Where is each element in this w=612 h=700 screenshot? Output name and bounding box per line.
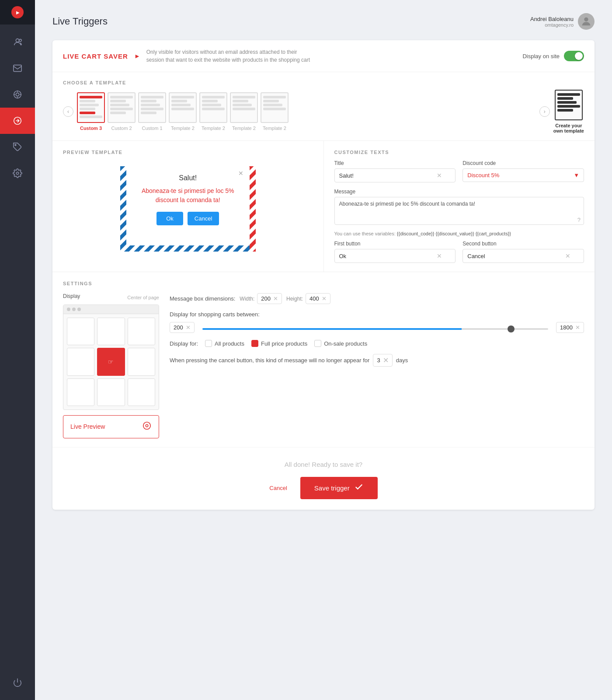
discount-select[interactable]: Discount 5% ▼ <box>462 168 584 182</box>
range-slider[interactable] <box>202 328 548 330</box>
popup-cancel-button[interactable]: Cancel <box>188 212 219 225</box>
on-sale-check[interactable]: On-sale products <box>314 340 367 347</box>
template-name-custom3: Custom 3 <box>80 126 102 131</box>
pos-cell-tr[interactable] <box>128 318 155 345</box>
height-value: 400 <box>309 295 319 302</box>
customize-col: CUSTOMIZE TEXTS Title Salut! ✕ Discount … <box>324 141 595 272</box>
live-preview-icon <box>142 421 152 433</box>
sidebar-item-audience[interactable] <box>0 29 35 55</box>
user-email: omtagency.ro <box>530 22 574 28</box>
pos-cell-mr[interactable] <box>128 348 155 375</box>
live-preview-button[interactable]: Live Preview <box>63 415 159 438</box>
cancel-button[interactable]: Cancel <box>269 485 287 491</box>
sidebar-item-tags[interactable] <box>0 134 35 160</box>
user-name: Andrei Baloleanu <box>530 16 574 22</box>
sidebar-item-email[interactable] <box>0 55 35 81</box>
second-button-input[interactable]: Cancel ✕ <box>462 249 584 263</box>
two-col-section: PREVIEW TEMPLATE <box>52 140 595 272</box>
template-create-button[interactable]: Create yourown template <box>553 90 584 133</box>
svg-point-22 <box>146 424 148 427</box>
width-label: Width: <box>240 296 254 302</box>
template-name-custom2: Custom 2 <box>111 126 132 131</box>
preview-col: PREVIEW TEMPLATE <box>52 141 324 272</box>
title-clear-button[interactable]: ✕ <box>437 172 442 179</box>
pos-cells <box>63 314 159 410</box>
sidebar <box>0 0 35 700</box>
lcs-left: LIVE CART SAVER ► Only visible for visit… <box>63 48 313 64</box>
range-max-clear[interactable]: ✕ <box>575 324 580 331</box>
full-price-checkbox[interactable] <box>251 340 258 347</box>
pos-cell-tl[interactable] <box>67 318 94 345</box>
display-for-label: Display for: <box>170 340 198 347</box>
range-row: 200 ✕ 1800 ✕ <box>170 322 584 333</box>
title-field-label: Title <box>334 160 456 166</box>
template-item-t2c[interactable]: Template 2 <box>230 92 258 131</box>
range-section: Display for shopping carts between: 200 … <box>170 311 584 333</box>
svg-point-1 <box>19 39 21 42</box>
second-button-clear[interactable]: ✕ <box>565 252 570 259</box>
template-create-label: Create yourown template <box>553 123 584 133</box>
first-button-clear[interactable]: ✕ <box>437 252 442 259</box>
full-price-check[interactable]: Full price products <box>251 340 307 347</box>
template-item-custom2[interactable]: Custom 2 <box>108 92 136 131</box>
template-thumb-custom3 <box>77 92 105 123</box>
customize-section-label: CUSTOMIZE TEXTS <box>334 150 584 160</box>
pos-cell-mc[interactable] <box>97 348 125 375</box>
template-prev-button[interactable]: ‹ <box>63 106 73 117</box>
choose-template-label: CHOOSE A TEMPLATE <box>52 72 595 90</box>
message-textarea[interactable] <box>334 197 584 225</box>
sidebar-item-triggers[interactable] <box>0 108 35 134</box>
popup-close-button[interactable]: ✕ <box>238 170 243 177</box>
first-button-input[interactable]: Ok ✕ <box>334 249 456 263</box>
save-trigger-button[interactable]: Save trigger <box>300 477 378 499</box>
width-group: Width: 200 ✕ <box>240 293 282 304</box>
on-sale-checkbox[interactable] <box>314 340 321 347</box>
sidebar-item-targeting[interactable] <box>0 81 35 108</box>
pos-cell-tc[interactable] <box>97 318 125 345</box>
height-clear-button[interactable]: ✕ <box>322 295 327 302</box>
all-products-check[interactable]: All products <box>205 340 244 347</box>
all-products-checkbox[interactable] <box>205 340 212 347</box>
template-item-t2d[interactable]: Template 2 <box>261 92 289 131</box>
template-next-button[interactable]: › <box>539 106 550 117</box>
range-min-input[interactable]: 200 ✕ <box>170 322 195 333</box>
on-sale-label: On-sale products <box>324 340 367 347</box>
pos-cell-br[interactable] <box>128 378 155 406</box>
height-input[interactable]: 400 ✕ <box>306 293 330 304</box>
var3: {{cart_products}} <box>476 231 511 236</box>
range-max-input[interactable]: 1800 ✕ <box>556 322 584 333</box>
range-label: Display for shopping carts between: <box>170 311 584 318</box>
lcs-arrow-icon: ► <box>134 52 140 60</box>
days-input[interactable]: 3 ✕ <box>373 354 392 367</box>
sidebar-nav <box>0 29 35 186</box>
days-clear-button[interactable]: ✕ <box>383 356 389 364</box>
discount-dropdown-arrow: ▼ <box>574 172 579 178</box>
main-content: Live Triggers Andrei Baloleanu omtagency… <box>35 0 612 700</box>
pos-cell-bc[interactable] <box>97 378 125 406</box>
template-item-custom1[interactable]: Custom 1 <box>138 92 166 131</box>
sidebar-logo[interactable] <box>0 0 35 24</box>
template-name-t2a: Template 2 <box>171 126 195 131</box>
popup-inner: ✕ Salut! Aboneaza-te si primesti pe loc … <box>126 166 250 231</box>
var1: {{discount_code}} <box>397 231 435 236</box>
template-item-t2b[interactable]: Template 2 <box>199 92 227 131</box>
title-input[interactable]: Salut! ✕ <box>334 168 456 182</box>
svg-rect-19 <box>120 166 126 252</box>
range-min-clear[interactable]: ✕ <box>186 324 191 331</box>
form-row-title-discount: Title Salut! ✕ Discount code Discount 5%… <box>334 160 584 182</box>
svg-point-10 <box>15 144 16 146</box>
discount-field-label: Discount code <box>462 160 584 166</box>
lcs-header: LIVE CART SAVER ► Only visible for visit… <box>52 40 595 72</box>
template-item-custom3[interactable]: Custom 3 <box>77 92 105 131</box>
width-clear-button[interactable]: ✕ <box>273 295 278 302</box>
sidebar-item-power[interactable] <box>0 669 35 696</box>
pos-cell-bl[interactable] <box>67 378 94 406</box>
popup-ok-button[interactable]: Ok <box>156 212 183 225</box>
width-input[interactable]: 200 ✕ <box>257 293 282 304</box>
pos-cell-ml[interactable] <box>67 348 94 375</box>
sidebar-item-settings[interactable] <box>0 160 35 186</box>
template-item-t2a[interactable]: Template 2 <box>169 92 197 131</box>
popup-message: Aboneaza-te si primesti pe loc 5% discou… <box>134 186 242 205</box>
display-on-site-toggle[interactable] <box>564 51 584 61</box>
svg-rect-20 <box>250 166 256 252</box>
